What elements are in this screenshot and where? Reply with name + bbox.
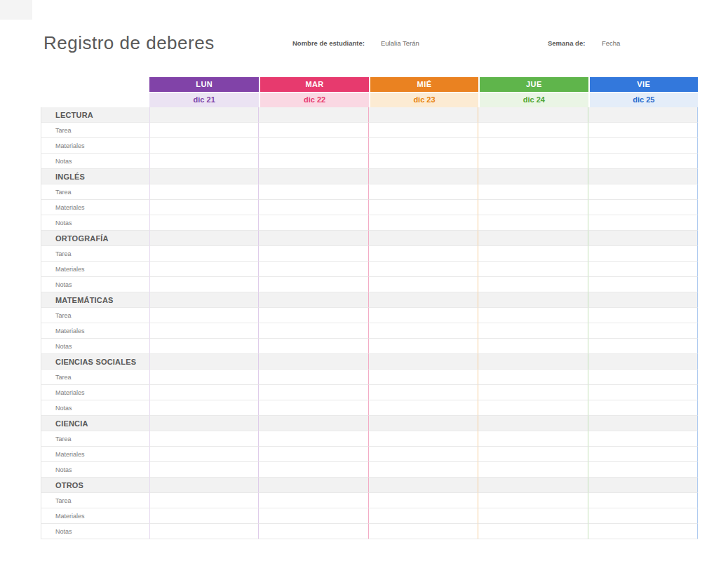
data-cell[interactable] xyxy=(369,431,478,447)
data-cell[interactable] xyxy=(259,308,368,323)
data-cell[interactable] xyxy=(369,231,478,246)
data-cell[interactable] xyxy=(478,292,588,308)
data-cell[interactable] xyxy=(588,431,698,447)
data-cell[interactable] xyxy=(588,107,698,123)
data-cell[interactable] xyxy=(369,123,478,138)
data-cell[interactable] xyxy=(478,354,588,370)
data-cell[interactable] xyxy=(149,524,259,539)
data-cell[interactable] xyxy=(588,508,698,524)
week-value[interactable]: Fecha xyxy=(602,39,620,47)
data-cell[interactable] xyxy=(588,524,698,539)
data-cell[interactable] xyxy=(588,370,698,385)
data-cell[interactable] xyxy=(369,385,478,400)
data-cell[interactable] xyxy=(478,524,588,539)
data-cell[interactable] xyxy=(149,246,259,262)
data-cell[interactable] xyxy=(369,200,478,215)
data-cell[interactable] xyxy=(259,431,368,447)
data-cell[interactable] xyxy=(149,308,259,323)
date-cell-mar[interactable]: dic 22 xyxy=(259,93,368,107)
data-cell[interactable] xyxy=(369,215,478,231)
data-cell[interactable] xyxy=(259,154,368,169)
data-cell[interactable] xyxy=(149,215,259,231)
data-cell[interactable] xyxy=(588,138,698,154)
data-cell[interactable] xyxy=(259,493,368,508)
data-cell[interactable] xyxy=(478,478,588,493)
data-cell[interactable] xyxy=(478,508,588,524)
data-cell[interactable] xyxy=(259,246,368,262)
data-cell[interactable] xyxy=(478,431,588,447)
data-cell[interactable] xyxy=(149,370,259,385)
data-cell[interactable] xyxy=(478,462,588,478)
data-cell[interactable] xyxy=(478,262,588,277)
data-cell[interactable] xyxy=(259,508,368,524)
data-cell[interactable] xyxy=(369,478,478,493)
data-cell[interactable] xyxy=(149,431,259,447)
data-cell[interactable] xyxy=(149,292,259,308)
data-cell[interactable] xyxy=(259,262,368,277)
data-cell[interactable] xyxy=(478,169,588,184)
data-cell[interactable] xyxy=(369,184,478,200)
data-cell[interactable] xyxy=(149,231,259,246)
data-cell[interactable] xyxy=(588,292,698,308)
data-cell[interactable] xyxy=(588,339,698,354)
data-cell[interactable] xyxy=(478,339,588,354)
data-cell[interactable] xyxy=(149,184,259,200)
data-cell[interactable] xyxy=(478,385,588,400)
data-cell[interactable] xyxy=(149,169,259,184)
data-cell[interactable] xyxy=(149,107,259,123)
data-cell[interactable] xyxy=(588,277,698,292)
data-cell[interactable] xyxy=(259,462,368,478)
data-cell[interactable] xyxy=(259,478,368,493)
date-cell-jue[interactable]: dic 24 xyxy=(478,93,588,107)
data-cell[interactable] xyxy=(369,416,478,431)
data-cell[interactable] xyxy=(588,462,698,478)
data-cell[interactable] xyxy=(588,493,698,508)
data-cell[interactable] xyxy=(588,200,698,215)
data-cell[interactable] xyxy=(369,107,478,123)
data-cell[interactable] xyxy=(478,323,588,339)
data-cell[interactable] xyxy=(149,508,259,524)
data-cell[interactable] xyxy=(369,154,478,169)
data-cell[interactable] xyxy=(149,277,259,292)
data-cell[interactable] xyxy=(149,478,259,493)
data-cell[interactable] xyxy=(149,462,259,478)
data-cell[interactable] xyxy=(588,354,698,370)
data-cell[interactable] xyxy=(149,339,259,354)
data-cell[interactable] xyxy=(478,123,588,138)
data-cell[interactable] xyxy=(478,277,588,292)
data-cell[interactable] xyxy=(478,184,588,200)
data-cell[interactable] xyxy=(149,447,259,462)
data-cell[interactable] xyxy=(588,246,698,262)
date-cell-mie[interactable]: dic 23 xyxy=(369,93,478,107)
data-cell[interactable] xyxy=(478,107,588,123)
data-cell[interactable] xyxy=(369,169,478,184)
data-cell[interactable] xyxy=(259,524,368,539)
data-cell[interactable] xyxy=(259,323,368,339)
data-cell[interactable] xyxy=(259,200,368,215)
data-cell[interactable] xyxy=(259,184,368,200)
data-cell[interactable] xyxy=(259,416,368,431)
data-cell[interactable] xyxy=(588,215,698,231)
data-cell[interactable] xyxy=(478,231,588,246)
data-cell[interactable] xyxy=(259,447,368,462)
data-cell[interactable] xyxy=(588,123,698,138)
data-cell[interactable] xyxy=(369,339,478,354)
data-cell[interactable] xyxy=(588,416,698,431)
data-cell[interactable] xyxy=(259,400,368,416)
data-cell[interactable] xyxy=(149,154,259,169)
data-cell[interactable] xyxy=(369,462,478,478)
data-cell[interactable] xyxy=(259,354,368,370)
data-cell[interactable] xyxy=(259,292,368,308)
student-name-value[interactable]: Eulalia Terán xyxy=(381,39,419,47)
data-cell[interactable] xyxy=(478,215,588,231)
data-cell[interactable] xyxy=(369,354,478,370)
data-cell[interactable] xyxy=(259,231,368,246)
data-cell[interactable] xyxy=(259,215,368,231)
data-cell[interactable] xyxy=(478,200,588,215)
data-cell[interactable] xyxy=(149,138,259,154)
data-cell[interactable] xyxy=(588,478,698,493)
data-cell[interactable] xyxy=(259,370,368,385)
data-cell[interactable] xyxy=(588,184,698,200)
data-cell[interactable] xyxy=(149,400,259,416)
data-cell[interactable] xyxy=(369,323,478,339)
